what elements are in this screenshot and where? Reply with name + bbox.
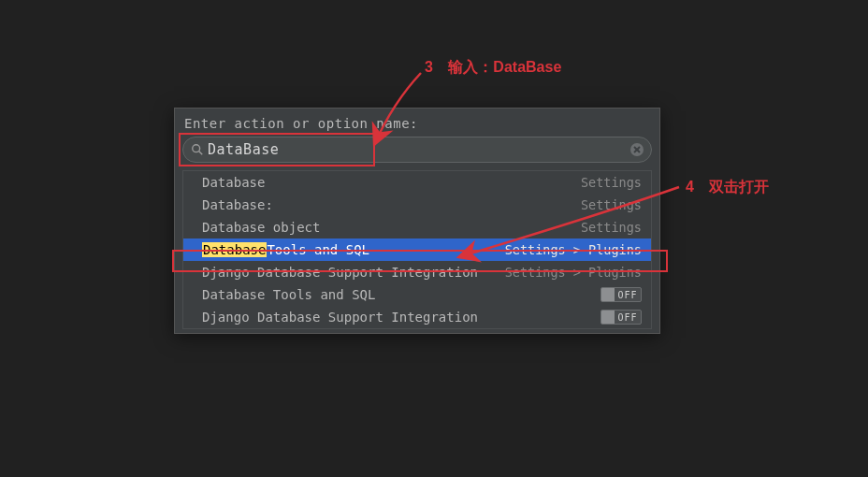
result-label: Django Database Support Integration [202,310,478,325]
search-icon [191,143,204,156]
result-hint: Settings > Plugins [505,242,642,257]
result-right: OFF [600,310,642,325]
result-label: Django Database Support Integration [202,265,478,280]
result-hint: Settings [581,197,642,212]
result-label: Database [202,175,265,190]
results-list: Database Settings Database: Settings Dat… [182,170,652,329]
annotation-4-text: 双击打开 [709,179,769,195]
result-hint: Settings > Plugins [505,265,642,280]
toggle-off[interactable]: OFF [600,310,642,325]
result-item[interactable]: Database: Settings [183,194,651,216]
result-label: Database Tools and SQL [202,287,375,302]
svg-point-0 [193,145,200,152]
result-label: Database Tools and SQL [202,242,369,257]
prompt-label: Enter action or option name: [182,114,652,137]
svg-line-1 [199,152,203,155]
annotation-3-num: 3 [425,59,433,75]
toggle-label: OFF [615,290,641,300]
annotation-4-num: 4 [686,179,694,195]
result-label-rest: Tools and SQL [267,242,369,257]
result-item[interactable]: Django Database Support Integration Sett… [183,261,651,283]
result-item[interactable]: Django Database Support Integration OFF [183,306,651,328]
find-action-dialog: Enter action or option name: DataBase Da… [174,108,660,334]
result-item[interactable]: Database object Settings [183,216,651,238]
result-hint: Settings [581,175,642,190]
annotation-3: 3 输入：DataBase [425,58,561,78]
search-row: DataBase [182,137,652,163]
search-input[interactable]: DataBase [182,137,652,163]
result-label: Database: [202,197,273,212]
toggle-label: OFF [615,312,641,323]
result-label-highlight: Database [202,242,267,257]
annotation-4: 4 双击打开 [686,178,769,197]
result-item[interactable]: Database Tools and SQL OFF [183,283,651,306]
result-item-selected[interactable]: Database Tools and SQL Settings > Plugin… [183,238,651,261]
result-item[interactable]: Database Settings [183,171,651,194]
result-hint: Settings [581,220,642,235]
toggle-knob [601,288,615,301]
clear-icon[interactable] [629,142,644,157]
search-input-value: DataBase [208,141,279,158]
result-label: Database object [202,220,320,235]
toggle-knob [601,311,615,324]
annotation-3-text: 输入：DataBase [448,59,561,75]
result-right: OFF [600,287,642,302]
toggle-off[interactable]: OFF [600,287,642,302]
